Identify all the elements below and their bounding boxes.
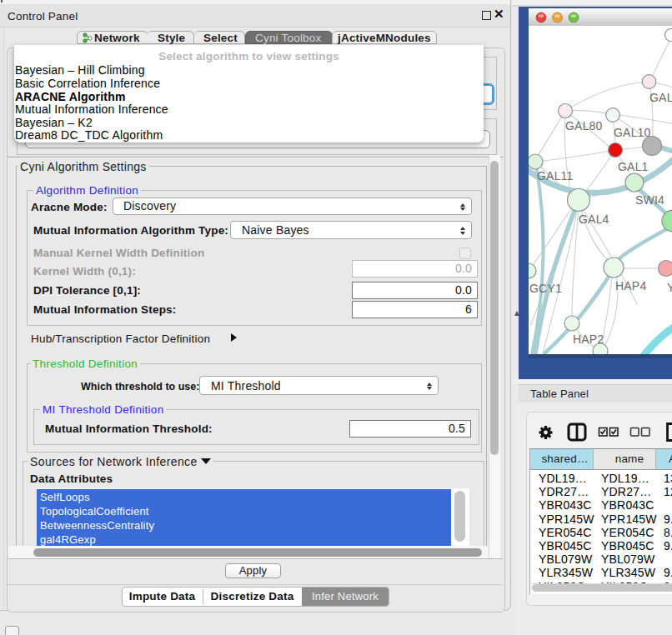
svg-text:GAL10: GAL10 (614, 126, 651, 139)
svg-text:Y: Y (667, 281, 672, 294)
svg-text:SWI4: SWI4 (635, 193, 664, 207)
svg-text:HAP2: HAP2 (573, 332, 604, 346)
svg-text:GAL4: GAL4 (579, 212, 609, 226)
svg-text:GAL1: GAL1 (618, 160, 649, 173)
svg-text:GAL11: GAL11 (537, 169, 574, 182)
svg-text:GAL7: GAL7 (649, 91, 672, 104)
svg-text:GAL80: GAL80 (565, 119, 603, 132)
svg-text:GCY1: GCY1 (529, 282, 562, 295)
svg-text:HAP4: HAP4 (615, 279, 646, 292)
